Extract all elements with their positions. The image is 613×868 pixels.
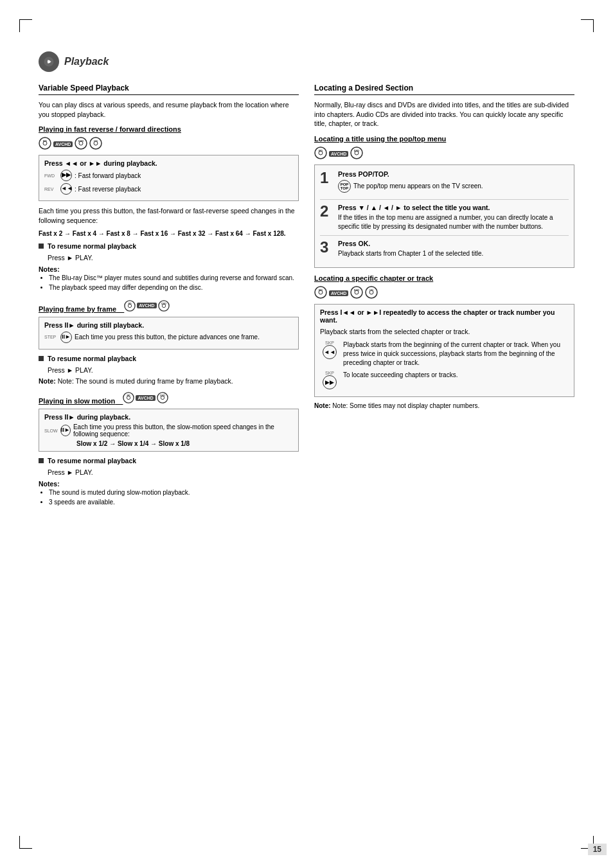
chapter-press-line: Press I◄◄ or ►►I repeatedly to access th… [320,308,569,324]
two-col-layout: Variable Speed Playback You can play dis… [39,84,574,507]
fwd-text: : Fast forward playback [75,172,141,179]
skip-2-row: SKP ▶▶ To locate succeeding chapters or … [320,371,569,389]
step-row: STEP II► Each time you press this button… [44,332,293,343]
frame-resume-title: To resume normal playback [48,355,136,362]
chapter-badge-avchd: AVCHD [329,290,348,296]
frame-badges: BD AVCHD DVD [124,300,169,312]
step-2-bold: Press ▼ / ▲ / ◄ / ► to select the title … [338,204,569,211]
svg-text:CD: CD [369,288,373,292]
page-title: Playback [64,56,109,67]
fast-resume-title: To resume normal playback [48,242,136,250]
disc-badge-avchd: AVCHD [53,141,73,147]
content-area: Playback Variable Speed Playback You can… [39,51,574,829]
pop-badge-dvd: DVD [350,146,363,161]
step-3-row: 3 Press OK. Playback starts from Chapter… [320,240,569,258]
rev-label: REV [44,187,60,191]
fast-section-title: Playing in fast reverse / forward direct… [39,125,299,133]
frame-resume-bullet [39,356,44,361]
svg-text:BD: BD [319,288,323,292]
fast-note-2: The playback speed may differ depending … [49,283,299,292]
fast-resume-sub: Press ► PLAY. [48,254,299,261]
fast-resume-block: To resume normal playback [39,242,299,250]
fast-press-line: Press ◄◄ or ►► during playback. [44,159,293,167]
chapter-badge-bd: BD [314,286,327,300]
slow-press-line: Press II► during playback. [44,413,293,421]
step-2-row: 2 Press ▼ / ▲ / ◄ / ► to select the titl… [320,204,569,231]
step-3-bold: Press OK. [338,240,569,247]
corner-tr [581,19,594,32]
locating-intro: Normally, Blu-ray discs and DVDs are div… [314,100,574,128]
slow-notes-list: The sound is muted during slow-motion pl… [39,488,299,507]
skip-1-row: SKP ◄◄ Playback starts from the beginnin… [320,341,569,368]
rev-row: REV ◄◄ : Fast reverse playback [44,183,293,195]
svg-text:BD: BD [129,303,132,305]
pop-top-icon: POPTOP [338,180,351,193]
corner-bl [19,836,32,849]
step-1-row: 1 Press POP/TOP. POPTOP The pop/top menu… [320,170,569,195]
fast-notes-title: Notes: [39,265,299,273]
skip-2-label-icon: SKP ▶▶ [320,371,339,389]
disc-icon-bd: BD [39,137,51,151]
step-label: STEP [44,335,60,339]
chapter-badge-cd: CD [365,286,378,300]
skip-2-icon: ▶▶ [323,375,337,389]
chapter-section-title: Locating a specific chapter or track [314,274,574,282]
fwd-btn-icon: ▶▶ [60,170,72,181]
svg-text:DVD: DVD [161,303,166,305]
page-container: Playback Variable Speed Playback You can… [0,0,613,868]
fwd-label: FWD [44,173,60,178]
skip-1-icon: ◄◄ [323,345,337,359]
step-3-desc: Playback starts from Chapter 1 of the se… [338,249,569,258]
frame-note: Note: Note: The sound is muted during fr… [39,376,299,386]
frame-resume-block: To resume normal playback [39,355,299,362]
fast-notes: Notes: The Blu-ray Disc™ player mutes so… [39,265,299,292]
steps-block: 1 Press POP/TOP. POPTOP The pop/top menu… [314,164,574,268]
slow-notes: Notes: The sound is muted during slow-mo… [39,480,299,507]
chapter-note: Note: Note: Some titles may not display … [314,402,574,409]
chapter-note-text: Note: Some titles may not display chapte… [332,402,479,409]
svg-text:DVD: DVD [160,395,165,398]
frame-resume-sub: Press ► PLAY. [48,366,299,374]
svg-text:DVD: DVD [78,139,84,143]
fast-notes-list: The Blu-ray Disc™ player mutes sound and… [39,273,299,292]
fwd-row: FWD ▶▶ : Fast forward playback [44,170,293,181]
svg-text:DVD: DVD [354,149,360,152]
disc-svg [43,56,55,67]
page-number: 15 [588,844,607,855]
disc-icon-cd: CD [89,137,102,151]
slow-sequence: Slow x 1/2 → Slow x 1/4 → Slow x 1/8 [76,440,293,447]
svg-text:CD: CD [94,139,98,143]
slow-resume-title: To resume normal playback [48,457,136,465]
pop-badge-avchd: AVCHD [329,151,348,157]
disc-icon-dvd: DVD [75,137,87,151]
left-column: Variable Speed Playback You can play dis… [39,84,299,507]
corner-tl [19,19,32,32]
fast-instr-box: Press ◄◄ or ►► during playback. FWD ▶▶ :… [39,155,299,201]
fast-badges: BD AVCHD DVD CD [39,137,299,151]
step-1-bold: Press POP/TOP. [338,170,569,178]
slow-note-1: The sound is muted during slow-motion pl… [49,488,299,497]
slow-instr-box: Press II► during playback. SLOW II► Each… [39,409,299,452]
fast-sequence: Fast x 2 → Fast x 4 → Fast x 8 → Fast x … [39,229,299,238]
variable-speed-intro: You can play discs at various speeds, an… [39,100,299,119]
svg-text:DVD: DVD [354,288,360,292]
playback-icon [39,51,59,72]
step-btn-icon: II► [60,332,72,343]
skip-1-label-icon: SKP ◄◄ [320,341,339,359]
slow-badges: BD AVCHD DVD [123,392,168,403]
slow-section-title: Playing in slow motion BD AVCHD DVD [39,392,299,405]
fast-resume-bullet [39,244,44,249]
slow-resume-bullet [39,458,44,463]
slow-notes-title: Notes: [39,480,299,488]
slow-text: Each time you press this button, the slo… [73,423,293,438]
step-2-content: Press ▼ / ▲ / ◄ / ► to select the title … [338,204,569,231]
step-3-content: Press OK. Playback starts from Chapter 1… [338,240,569,258]
chapter-box: Press I◄◄ or ►►I repeatedly to access th… [314,304,574,397]
chapter-body-text: Playback starts from the selected chapte… [320,327,569,337]
pop-section-title: Locating a title using the pop/top menu [314,135,574,143]
step-1-content: Press POP/TOP. POPTOP The pop/top menu a… [338,170,569,195]
step-2-desc: If the titles in the top menu are assign… [338,213,569,231]
skip-1-label: SKP [325,341,334,345]
rev-btn-icon: ◄◄ [60,183,72,195]
right-column: Locating a Desired Section Normally, Blu… [314,84,574,507]
